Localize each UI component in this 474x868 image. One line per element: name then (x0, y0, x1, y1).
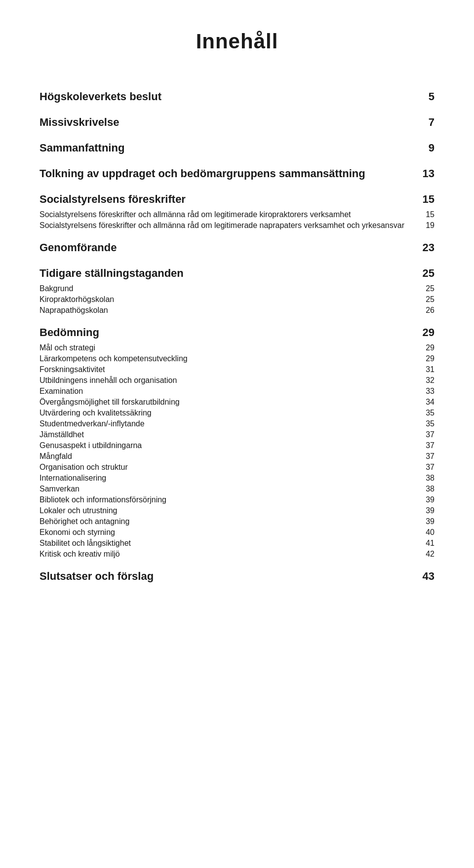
toc-item-jamstalldhet: Jämställdhet37 (40, 429, 434, 440)
toc-item-ss-foreskrifter-2: Socialstyrelsens föreskrifter och allmän… (40, 220, 434, 231)
toc-item-bakgrund: Bakgrund25 (40, 283, 434, 294)
toc-label-ekonomi: Ekonomi och styrning (40, 528, 415, 537)
toc-label-kritisk-miljo: Kritisk och kreativ miljö (40, 550, 415, 559)
toc-page-sammanfattning: 9 (415, 142, 434, 154)
toc-page-naprapathogskolan: 26 (415, 306, 434, 315)
toc-label-utbildningens-innehall: Utbildningens innehåll och organisation (40, 376, 415, 385)
toc-page-internationalisering: 38 (415, 474, 434, 483)
toc-item-tolkning: Tolkning av uppdraget och bedömargruppen… (40, 165, 434, 183)
toc-label-studentmedverkan: Studentmedverkan/-inflytande (40, 419, 415, 428)
toc-page-organisation-och-struktur: 37 (415, 463, 434, 472)
toc-page-studentmedverkan: 35 (415, 419, 434, 428)
toc-page-ss-foreskrifter-2: 19 (415, 221, 434, 230)
toc-item-lararkompetens: Lärarkompetens och kompetensutveckling29 (40, 353, 434, 364)
toc-page-tolkning: 13 (415, 167, 434, 180)
toc-label-kiropraktorhogskolan: Kiropraktorhögskolan (40, 295, 415, 304)
toc-item-stabilitet: Stabilitet och långsiktighet41 (40, 538, 434, 549)
toc-label-socialstyrelsens-foreskrifter: Socialstyrelsens föreskrifter (40, 193, 415, 206)
toc-page-forskningsaktivitet: 31 (415, 365, 434, 374)
toc-label-utvardering: Utvärdering och kvalitetssäkring (40, 409, 415, 417)
toc-page-stabilitet: 41 (415, 539, 434, 548)
toc-item-hogskoleverkets-beslut: Högskoleverkets beslut5 (40, 88, 434, 106)
toc-page-bibliotek: 39 (415, 495, 434, 504)
toc-item-kiropraktorhogskolan: Kiropraktorhögskolan25 (40, 294, 434, 305)
toc-page-examination: 33 (415, 387, 434, 396)
toc-item-mal-och-strategi: Mål och strategi29 (40, 342, 434, 353)
toc-item-sammanfattning: Sammanfattning9 (40, 139, 434, 157)
toc-label-hogskoleverkets-beslut: Högskoleverkets beslut (40, 90, 415, 103)
toc-label-mal-och-strategi: Mål och strategi (40, 343, 415, 352)
toc-label-internationalisering: Internationalisering (40, 474, 415, 483)
toc-label-stabilitet: Stabilitet och långsiktighet (40, 539, 415, 548)
toc-item-tidigare-stallningstaganden: Tidigare ställningstaganden25 (40, 264, 434, 282)
toc-label-tidigare-stallningstaganden: Tidigare ställningstaganden (40, 267, 415, 280)
toc-item-slutsatser: Slutsatser och förslag43 (40, 567, 434, 585)
toc-label-slutsatser: Slutsatser och förslag (40, 570, 415, 583)
toc-page-mangfald: 37 (415, 452, 434, 461)
toc-item-kritisk-miljo: Kritisk och kreativ miljö42 (40, 549, 434, 560)
toc-page-lokaler: 39 (415, 506, 434, 515)
toc-page-overgangsmojlighet: 34 (415, 398, 434, 407)
toc-item-ss-foreskrifter-1: Socialstyrelsens föreskrifter och allmän… (40, 209, 434, 220)
toc-item-lokaler: Lokaler och utrustning39 (40, 505, 434, 516)
toc-item-utvardering: Utvärdering och kvalitetssäkring35 (40, 408, 434, 418)
toc-label-genusaspekt: Genusaspekt i utbildningarna (40, 441, 415, 450)
toc-page-genomforande: 23 (415, 241, 434, 254)
toc-label-naprapathogskolan: Naprapathögskolan (40, 306, 415, 315)
toc-item-utbildningens-innehall: Utbildningens innehåll och organisation3… (40, 375, 434, 386)
toc-item-examination: Examination33 (40, 386, 434, 397)
toc-label-examination: Examination (40, 387, 415, 396)
toc-label-overgangsmojlighet: Övergångsmöjlighet till forskarutbildnin… (40, 398, 415, 407)
toc-page-utbildningens-innehall: 32 (415, 376, 434, 385)
toc-item-genusaspekt: Genusaspekt i utbildningarna37 (40, 440, 434, 451)
toc-label-bedomning: Bedömning (40, 326, 415, 339)
page-title: Innehåll (40, 30, 434, 53)
toc-item-studentmedverkan: Studentmedverkan/-inflytande35 (40, 418, 434, 429)
toc-page-bedomning: 29 (415, 326, 434, 339)
toc-label-mangfald: Mångfald (40, 452, 415, 461)
toc-label-sammanfattning: Sammanfattning (40, 142, 415, 154)
toc-label-lararkompetens: Lärarkompetens och kompetensutveckling (40, 354, 415, 363)
toc-item-socialstyrelsens-foreskrifter: Socialstyrelsens föreskrifter15 (40, 190, 434, 208)
toc-page-ss-foreskrifter-1: 15 (415, 210, 434, 219)
toc-item-naprapathogskolan: Naprapathögskolan26 (40, 305, 434, 316)
toc-item-overgangsmojlighet: Övergångsmöjlighet till forskarutbildnin… (40, 397, 434, 408)
toc-item-forskningsaktivitet: Forskningsaktivitet31 (40, 364, 434, 375)
toc-label-lokaler: Lokaler och utrustning (40, 506, 415, 515)
toc-page-missivskrivelse: 7 (415, 116, 434, 129)
toc-label-ss-foreskrifter-2: Socialstyrelsens föreskrifter och allmän… (40, 221, 415, 230)
toc-label-bakgrund: Bakgrund (40, 284, 415, 293)
toc-page-kritisk-miljo: 42 (415, 550, 434, 559)
toc-label-organisation-och-struktur: Organisation och struktur (40, 463, 415, 472)
toc-item-organisation-och-struktur: Organisation och struktur37 (40, 462, 434, 473)
toc-label-jamstalldhet: Jämställdhet (40, 430, 415, 439)
toc-page-slutsatser: 43 (415, 570, 434, 583)
toc-page-socialstyrelsens-foreskrifter: 15 (415, 193, 434, 206)
toc-item-samverkan: Samverkan38 (40, 484, 434, 494)
toc-page-behorighet: 39 (415, 517, 434, 526)
toc-label-bibliotek: Bibliotek och informationsförsörjning (40, 495, 415, 504)
toc-item-internationalisering: Internationalisering38 (40, 473, 434, 484)
table-of-contents: Högskoleverkets beslut5Missivskrivelse7S… (40, 88, 434, 585)
toc-item-mangfald: Mångfald37 (40, 451, 434, 462)
toc-label-genomforande: Genomförande (40, 241, 415, 254)
toc-label-missivskrivelse: Missivskrivelse (40, 116, 415, 129)
toc-item-bibliotek: Bibliotek och informationsförsörjning39 (40, 494, 434, 505)
toc-label-samverkan: Samverkan (40, 485, 415, 493)
toc-page-samverkan: 38 (415, 485, 434, 493)
toc-item-behorighet: Behörighet och antagning39 (40, 516, 434, 527)
toc-page-utvardering: 35 (415, 409, 434, 417)
toc-page-kiropraktorhogskolan: 25 (415, 295, 434, 304)
toc-item-genomforande: Genomförande23 (40, 239, 434, 257)
toc-page-bakgrund: 25 (415, 284, 434, 293)
toc-page-mal-och-strategi: 29 (415, 343, 434, 352)
toc-label-behorighet: Behörighet och antagning (40, 517, 415, 526)
toc-item-missivskrivelse: Missivskrivelse7 (40, 113, 434, 131)
toc-label-ss-foreskrifter-1: Socialstyrelsens föreskrifter och allmän… (40, 210, 415, 219)
toc-page-tidigare-stallningstaganden: 25 (415, 267, 434, 280)
toc-page-jamstalldhet: 37 (415, 430, 434, 439)
toc-item-ekonomi: Ekonomi och styrning40 (40, 527, 434, 538)
toc-page-lararkompetens: 29 (415, 354, 434, 363)
toc-page-genusaspekt: 37 (415, 441, 434, 450)
toc-item-bedomning: Bedömning29 (40, 324, 434, 341)
